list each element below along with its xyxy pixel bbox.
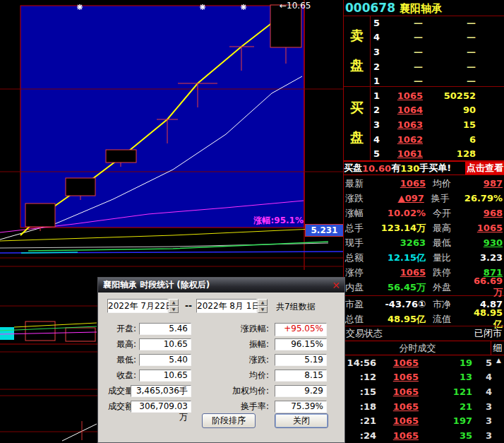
- buy-label: 买: [350, 99, 364, 117]
- volume-field[interactable]: 3,465,036手: [131, 385, 191, 397]
- bid-price: 1065: [397, 90, 423, 101]
- stage-sort-button[interactable]: 阶段排序: [202, 413, 256, 428]
- tape-row[interactable]: 14:561065195: [344, 355, 504, 370]
- bid-volume: 128: [457, 148, 476, 159]
- tape-row[interactable]: :2110651973: [344, 413, 504, 428]
- period-stats-dialog: 襄阳轴承 时段统计 (除权后) ✕ 2022年 7月22日 ▲ ▼ -- 202…: [97, 277, 345, 443]
- order-book-side-labels: 卖 盘 买 盘: [344, 16, 371, 160]
- turnover-rate-field[interactable]: 75.39%: [275, 401, 327, 413]
- stock-code: 000678: [344, 1, 395, 15]
- bid-price: 1062: [397, 134, 423, 145]
- buy-order-ticker: 买盘10.60有130手买单! 点击查看: [344, 161, 504, 175]
- volume-pane: [0, 321, 97, 341]
- close-button[interactable]: 关闭: [275, 413, 328, 428]
- stat-value: 10.02%: [388, 208, 426, 218]
- spin-up-icon[interactable]: ▲: [258, 299, 268, 306]
- ma-line-cyan: [21, 252, 78, 253]
- low-field[interactable]: 5.40: [139, 354, 191, 366]
- open-field[interactable]: 5.46: [139, 323, 191, 335]
- bid-price: 1063: [397, 119, 423, 130]
- date-to-input[interactable]: 2022年 8月 1日: [196, 299, 257, 313]
- close-field[interactable]: 10.65: [139, 370, 191, 382]
- range-pct-label: 涨幅:95.1%: [246, 215, 304, 227]
- bid-volume: 90: [463, 105, 476, 115]
- ask-price: —: [414, 32, 423, 42]
- field-label: 均价:: [204, 370, 269, 382]
- stat-value: ▲097: [398, 193, 424, 203]
- spin-down-icon[interactable]: ▼: [258, 306, 268, 313]
- change-pct-field[interactable]: +95.05%: [275, 323, 327, 336]
- ask-volume: —: [467, 61, 476, 72]
- stat-label: 现手: [345, 237, 376, 249]
- stats-grid: 最新1065均价987 涨跌▲097换手26.79% 涨幅10.02%今开968…: [344, 176, 504, 326]
- field-label: 开盘:: [98, 323, 136, 335]
- spin-up-icon[interactable]: ▲: [169, 299, 179, 306]
- buy-label2: 盘: [350, 129, 364, 147]
- date-range-separator: --: [185, 301, 192, 311]
- bid-volume: 50252: [444, 90, 476, 101]
- high-field[interactable]: 10.65: [139, 338, 191, 350]
- bid-row[interactable]: 410626: [371, 132, 504, 147]
- bid-row[interactable]: 51061128: [371, 146, 504, 161]
- tape-detail-button[interactable]: 细: [491, 341, 504, 355]
- tape-row[interactable]: :1510651214: [344, 384, 504, 399]
- trading-status-label: 交易状态: [344, 327, 383, 340]
- view-details-button[interactable]: 点击查看: [465, 162, 504, 175]
- bottom-pane: [62, 421, 97, 441]
- ask-price: —: [414, 61, 423, 72]
- tape-row[interactable]: :241065353: [344, 428, 504, 443]
- close-icon[interactable]: ✕: [332, 280, 340, 291]
- bid-row[interactable]: 3106315: [371, 117, 504, 132]
- ask-row[interactable]: 2——: [371, 59, 504, 74]
- order-book-rows: 5—— 4—— 3—— 2—— 1—— 1106550252 2106490 3…: [371, 16, 504, 160]
- ask-row[interactable]: 3——: [371, 45, 504, 59]
- amplitude-field[interactable]: 96.15%: [275, 338, 327, 350]
- stat-value: 56.45万: [388, 282, 426, 293]
- stat-label: 总额: [345, 252, 376, 264]
- field-label: 收盘:: [98, 370, 136, 382]
- ticker-lots: 130: [400, 163, 419, 174]
- ticker-price: 10.60: [362, 163, 391, 174]
- avg-price-field[interactable]: 8.15: [275, 370, 327, 382]
- field-label: 涨跌幅:: [204, 323, 269, 335]
- field-label: 涨跌:: [204, 354, 269, 366]
- scroll-up-icon[interactable]: ▲: [496, 357, 501, 364]
- ask-row[interactable]: 5——: [371, 16, 504, 30]
- high-price-label: ←10.65: [280, 1, 311, 11]
- bid-price: 1064: [397, 105, 423, 115]
- stat-value: 48.95亿: [388, 314, 426, 324]
- stat-label: 最新: [345, 177, 376, 190]
- turnover-field[interactable]: 306,709.03万: [131, 401, 191, 413]
- dialog-titlebar[interactable]: 襄阳轴承 时段统计 (除权后) ✕: [98, 278, 344, 293]
- stat-value: 1065: [400, 267, 426, 278]
- app-window: ←10.65 涨幅:95.1% 5.231 000678襄阳轴承 卖 盘 买 盘…: [0, 0, 504, 443]
- bid-row[interactable]: 1106550252: [371, 88, 504, 103]
- tape-list: 14:561065195 :121065134 :1510651214 :181…: [344, 355, 504, 443]
- date-from-stepper[interactable]: ▲ ▼: [169, 299, 179, 313]
- ask-volume: —: [467, 32, 476, 42]
- ask-price: —: [414, 47, 423, 57]
- price-axis-tag: 5.231: [305, 224, 344, 237]
- tape-row[interactable]: :181065213: [344, 399, 504, 414]
- group-count-label: 共7组数据: [276, 301, 316, 313]
- tape-row[interactable]: :121065134: [344, 370, 504, 385]
- bid-row[interactable]: 2106490: [371, 103, 504, 118]
- stat-value: 1065: [400, 178, 426, 189]
- field-label: 最低:: [98, 354, 136, 366]
- stat-value: 12.15亿: [388, 252, 426, 263]
- bid-price: 1061: [397, 148, 423, 159]
- sell-label: 卖: [350, 27, 364, 45]
- trading-status: 交易状态 已闭市: [344, 326, 504, 340]
- date-to-stepper[interactable]: ▲ ▼: [258, 299, 268, 313]
- stat-label: 总手: [345, 222, 376, 235]
- field-label: 最高:: [98, 338, 136, 350]
- stat-label: 涨幅: [345, 207, 376, 220]
- stat-label: 内盘: [345, 281, 376, 294]
- weighted-avg-field[interactable]: 9.29: [275, 385, 327, 397]
- stat-value: -43.76①: [385, 299, 426, 309]
- date-from-input[interactable]: 2022年 7月22日: [107, 299, 168, 313]
- sell-label2: 盘: [350, 57, 364, 75]
- ask-row[interactable]: 4——: [371, 30, 504, 45]
- change-field[interactable]: 5.19: [275, 354, 327, 366]
- spin-down-icon[interactable]: ▼: [169, 306, 179, 313]
